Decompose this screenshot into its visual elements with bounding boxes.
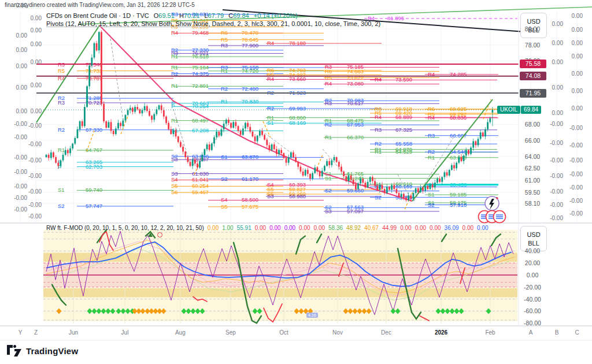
candle-body xyxy=(125,115,127,121)
time-axis-label[interactable]: Jun xyxy=(61,329,86,336)
pivot-level-value: 62.703 xyxy=(86,164,102,170)
candle-body xyxy=(405,198,407,200)
pivot-level-value: 67.953 xyxy=(347,121,364,128)
candle-body xyxy=(101,32,102,104)
oscillator-tick-label[interactable]: -40.00 xyxy=(519,296,546,303)
candle-body xyxy=(369,177,371,181)
pivot-level-value: 74.720 xyxy=(242,68,258,74)
candle-body xyxy=(108,122,110,128)
pivot-level-label: S1 xyxy=(221,154,228,160)
pivot-level-label: R2 xyxy=(58,127,65,133)
ohlc-open-value: 69.51 xyxy=(158,12,175,19)
pivot-level-value: 72.480 xyxy=(242,86,258,92)
candle-body xyxy=(413,193,415,199)
candle-body xyxy=(173,130,175,134)
candle-body xyxy=(177,136,179,142)
oscillator-tick-label[interactable]: -80.00 xyxy=(519,320,546,326)
last-price-value: 69.84 xyxy=(521,106,541,114)
chart-canvas[interactable]: R375.540R574.733R473.787R271.285R370.723… xyxy=(0,0,592,364)
candle-body xyxy=(245,123,246,129)
indicator-zero-value: 0.00 xyxy=(562,53,583,60)
oscillator-tick-label[interactable]: 0.00 xyxy=(519,272,546,278)
price-tick-label[interactable]: 62.50 xyxy=(519,165,546,172)
candle-body xyxy=(384,189,386,193)
candle-body xyxy=(312,173,313,179)
candle-body xyxy=(67,150,69,154)
time-axis-label[interactable]: Aug xyxy=(168,329,193,336)
time-axis-label[interactable]: 2026 xyxy=(428,329,454,336)
time-axis-label[interactable]: Feb xyxy=(478,329,503,336)
candle-body xyxy=(286,158,287,162)
candle-body xyxy=(192,159,194,166)
pivot-level-label: R1 xyxy=(171,64,178,70)
pivot-level-value: 73.872 xyxy=(347,75,364,81)
time-axis-label[interactable]: Sep xyxy=(218,329,243,336)
candle-body xyxy=(436,179,438,183)
candle-body xyxy=(353,180,354,184)
time-axis-label[interactable]: Jul xyxy=(112,329,138,336)
candle-body xyxy=(403,194,405,198)
candle-body xyxy=(206,144,208,149)
pivot-level-value: 76.518 xyxy=(192,53,209,60)
candle-body xyxy=(280,150,282,154)
time-axis-label[interactable]: A xyxy=(518,329,543,336)
pivot-level-value: 57.747 xyxy=(86,203,102,209)
time-axis-label[interactable]: Z xyxy=(23,329,49,336)
pivot-level-value: 57.675 xyxy=(242,203,258,210)
pivot-level-value: 59.740 xyxy=(86,187,102,193)
pivot-level-value: 60.438 xyxy=(450,181,467,188)
candle-body xyxy=(182,147,184,151)
candle-body xyxy=(163,110,165,117)
pivot-level-value: 68.836 xyxy=(450,114,467,121)
symbol-legend[interactable]: CFDs on Brent Crude Oil · 1D · TVC O69.5… xyxy=(46,12,298,19)
oscillator-tick-label[interactable]: 40.00 xyxy=(519,247,546,254)
candle-body xyxy=(209,144,210,150)
time-axis-label[interactable]: Oct xyxy=(271,329,297,336)
candle-body xyxy=(151,116,153,120)
pivot-level-value: 70.830 xyxy=(242,98,258,105)
credit-watermark: finanzasydinero created with TradingView… xyxy=(5,2,195,8)
pivots-indicator-legend[interactable]: Pivots (12, AUTO, 15, Left, 8, 20, Show … xyxy=(46,20,380,27)
pivot-level-value: 63.870 xyxy=(242,154,258,160)
time-axis-label[interactable]: Dec xyxy=(373,329,399,336)
pivot-level-value: 79.470 xyxy=(242,29,258,36)
candle-body xyxy=(238,126,239,131)
candle-body xyxy=(307,170,309,174)
candle-body xyxy=(324,166,325,170)
oscillator-value: 0.00 xyxy=(477,225,488,231)
oscillator-legend[interactable]: RW ft. F-MOD (0, 20, 10, 1, 5, 0, 20, 10… xyxy=(46,225,489,231)
candle-body xyxy=(142,110,143,114)
ohlc-close-key: C xyxy=(228,12,233,19)
candle-body xyxy=(379,185,380,190)
candle-body xyxy=(328,161,330,165)
oscillator-tick-label[interactable]: 20.00 xyxy=(519,259,546,266)
time-axis-label[interactable]: C xyxy=(564,329,590,336)
pivot-level-value: 58.980 xyxy=(289,193,306,199)
pivot-level-label: R3 xyxy=(325,100,332,106)
indicator-zero-value: 0.00 xyxy=(562,27,583,33)
downtrend-zigzag[interactable] xyxy=(99,25,412,201)
pivot-level-label: R2 xyxy=(267,105,274,112)
tradingview-mark-icon xyxy=(7,345,22,356)
candle-body xyxy=(398,193,400,197)
pivot-level-label: R1 xyxy=(221,68,228,74)
candle-body xyxy=(391,185,393,190)
oscillator-tick-label[interactable]: -60.00 xyxy=(519,307,546,314)
candle-body xyxy=(184,151,186,157)
candle-body xyxy=(441,177,443,181)
pivot-level-value: 58.500 xyxy=(242,196,258,203)
candle-body xyxy=(388,187,390,190)
pivot-level-value: 68.889 xyxy=(395,114,412,120)
time-axis-label[interactable]: Nov xyxy=(325,329,350,336)
pivot-level-label: R1 xyxy=(375,148,382,155)
pivot-level-value: 57.918 xyxy=(450,202,467,208)
candle-body xyxy=(432,184,434,188)
green-marker-icon xyxy=(148,233,153,237)
candle-body xyxy=(273,144,275,149)
oscillator-tick-label[interactable]: -20.00 xyxy=(519,284,546,291)
candle-body xyxy=(79,121,81,129)
tradingview-logo[interactable]: TradingView xyxy=(7,345,78,356)
oscillator-value: 0.00 xyxy=(415,225,426,231)
oscillator-mini-tag: 4.16 xyxy=(306,313,318,318)
candle-body xyxy=(264,135,265,139)
